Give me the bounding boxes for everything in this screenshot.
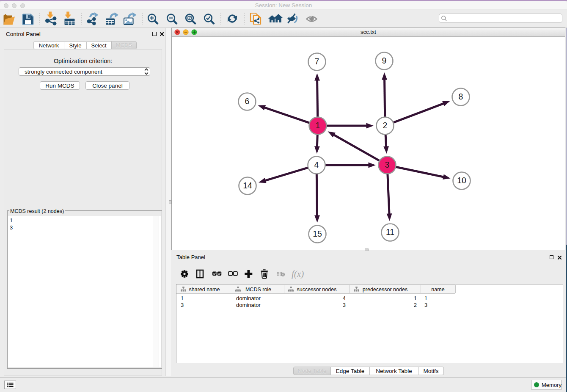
svg-text:11: 11 — [386, 227, 394, 237]
svg-text:10: 10 — [457, 176, 466, 185]
svg-text:7: 7 — [315, 57, 319, 66]
svg-text:9: 9 — [382, 56, 387, 65]
svg-text:f(x): f(x) — [292, 269, 304, 279]
svg-text:4: 4 — [314, 160, 319, 169]
svg-text:15: 15 — [313, 229, 322, 238]
svg-text:6: 6 — [245, 97, 250, 106]
svg-text:3: 3 — [385, 160, 390, 169]
svg-text:14: 14 — [243, 181, 252, 190]
svg-text:8: 8 — [459, 92, 463, 101]
svg-text:1: 1 — [316, 121, 320, 130]
svg-text:2: 2 — [383, 121, 388, 130]
